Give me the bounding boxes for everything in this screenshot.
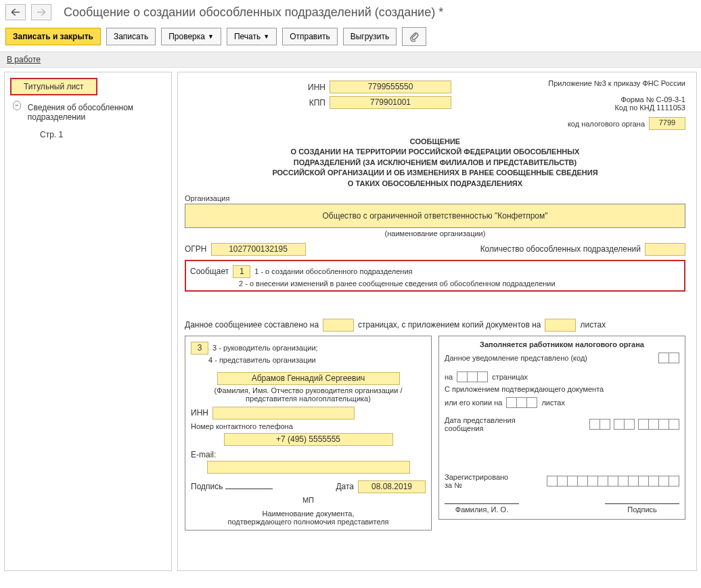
subdiv-count-field[interactable] bbox=[645, 243, 685, 256]
status-link[interactable]: В работе bbox=[7, 55, 41, 64]
forward-button[interactable] bbox=[31, 4, 51, 20]
tree-expander[interactable]: − bbox=[13, 101, 21, 110]
ogrn-label: ОГРН bbox=[185, 244, 207, 254]
composed-sheets-field[interactable] bbox=[545, 319, 576, 332]
export-button[interactable]: Выгрузить bbox=[343, 28, 397, 45]
right-reg2: за № bbox=[445, 481, 508, 489]
inn-field[interactable]: 7799555550 bbox=[330, 81, 451, 93]
email-label: E-mail: bbox=[191, 450, 216, 459]
right-reg-cells bbox=[547, 476, 679, 487]
reports-opt1: 1 - о создании обособленного подразделен… bbox=[254, 267, 412, 275]
doc-heading-2: О СОЗДАНИИ НА ТЕРРИТОРИИ РОССИЙСКОЙ ФЕДЕ… bbox=[185, 147, 685, 157]
composed-mid: страницах, с приложением копий документо… bbox=[358, 320, 541, 330]
organization-field[interactable]: Общество с ограниченной ответственностью… bbox=[185, 204, 685, 228]
save-close-button[interactable]: Записать и закрыть bbox=[5, 28, 101, 45]
signer-opt3: 3 - руководитель организации; bbox=[212, 344, 318, 352]
email-field[interactable] bbox=[207, 461, 410, 474]
right-date1: Дата представления bbox=[445, 416, 516, 424]
organization-caption: (наименование организации) bbox=[185, 229, 685, 238]
document-area: ИНН 7799555550 КПП 779901001 Приложение … bbox=[177, 72, 697, 571]
right-date2: сообщения bbox=[445, 424, 516, 432]
right-on-label: на bbox=[445, 373, 453, 381]
right-sheets-label: листах bbox=[541, 399, 565, 407]
attach-button[interactable] bbox=[402, 27, 426, 46]
right-sheets-cells bbox=[506, 397, 537, 408]
reports-label: Сообщает bbox=[190, 267, 229, 276]
composed-suffix: листах bbox=[580, 320, 606, 330]
inn2-field[interactable] bbox=[212, 407, 355, 420]
form-number: Форма № С-09-3-1 bbox=[537, 95, 685, 104]
right-fio-label: Фамилия, И. О. bbox=[445, 505, 519, 514]
tree-page-1[interactable]: Стр. 1 bbox=[37, 128, 166, 141]
arrow-left-icon bbox=[12, 9, 20, 16]
organization-label: Организация bbox=[185, 194, 685, 202]
right-presented-label: Данное уведомление представлено (код) bbox=[445, 354, 587, 362]
doc-heading-5: О ТАКИХ ОБОСОБЛЕННЫХ ПОДРАЗДЕЛЕНИЯХ bbox=[185, 179, 685, 189]
reports-section: Сообщает 1 1 - о создании обособленного … bbox=[185, 260, 685, 292]
signature-line bbox=[225, 489, 273, 489]
save-button[interactable]: Записать bbox=[106, 28, 156, 45]
phone-label: Номер контактного телефона bbox=[191, 422, 426, 430]
signer-opt4: 4 - представитель организации bbox=[208, 356, 426, 364]
chevron-down-icon: ▼ bbox=[208, 33, 214, 40]
navigation-tree: Титульный лист − Сведения об обособленно… bbox=[4, 72, 172, 571]
inn-label: ИНН bbox=[308, 83, 325, 92]
tax-authority-label: код налогового органа bbox=[568, 120, 645, 128]
reports-code-field[interactable]: 1 bbox=[233, 265, 250, 278]
doc-heading-1: СООБЩЕНИЕ bbox=[185, 137, 685, 147]
print-button[interactable]: Печать▼ bbox=[227, 28, 277, 45]
mp-label: МП bbox=[191, 496, 426, 504]
right-or-copy-label: или его копии на bbox=[445, 399, 502, 407]
right-title: Заполняется работником налогового органа bbox=[445, 340, 679, 348]
right-sign-line bbox=[605, 503, 679, 504]
signer-code-field[interactable]: 3 bbox=[191, 342, 208, 355]
phone-field[interactable]: +7 (495) 5555555 bbox=[224, 433, 393, 446]
doc-name-caption-2: подтверждающего полномочия представителя bbox=[191, 518, 426, 526]
check-label: Проверка bbox=[168, 32, 205, 41]
right-pages-cells bbox=[457, 371, 488, 382]
date-field[interactable]: 08.08.2019 bbox=[358, 480, 426, 493]
tree-title-sheet[interactable]: Титульный лист bbox=[10, 78, 97, 95]
composed-prefix: Данное сообщениее составлено на bbox=[185, 320, 319, 330]
subdiv-count-label: Количество обособленных подразделений bbox=[480, 244, 641, 254]
paperclip-icon bbox=[409, 31, 419, 42]
ogrn-field[interactable]: 1027700132195 bbox=[211, 243, 306, 256]
fio-caption: (Фамилия, Имя. Отчество руководителя орг… bbox=[191, 386, 426, 403]
right-reg1: Зарегистрировано bbox=[445, 473, 508, 481]
right-pages-label: страницах bbox=[492, 373, 528, 381]
kpp-label: КПП bbox=[309, 98, 325, 108]
reports-opt2: 2 - о внесении изменений в ранее сообщен… bbox=[239, 279, 680, 288]
check-button[interactable]: Проверка▼ bbox=[161, 28, 221, 45]
right-date-cells bbox=[589, 419, 679, 430]
chevron-down-icon: ▼ bbox=[263, 33, 269, 40]
doc-name-caption-1: Наименование документа, bbox=[191, 510, 426, 518]
back-button[interactable] bbox=[5, 4, 26, 20]
fio-field[interactable]: Абрамов Геннадий Сергеевич bbox=[217, 372, 400, 385]
print-label: Печать bbox=[234, 32, 261, 41]
send-button[interactable]: Отправить bbox=[282, 28, 338, 45]
arrow-right-icon bbox=[37, 9, 45, 16]
doc-heading-4: РОССИЙСКОЙ ОРГАНИЗАЦИИ И ОБ ИЗМЕНЕНИЯХ В… bbox=[185, 168, 685, 178]
window-title: Сообщение о создании обособленных подраз… bbox=[64, 5, 443, 20]
right-presented-cells bbox=[658, 353, 679, 363]
tree-subdivision-info[interactable]: Сведения об обособленном подразделении bbox=[25, 101, 166, 124]
right-attach-label: С приложением подтверждающего документа bbox=[445, 385, 679, 393]
tax-authority-field[interactable]: 7799 bbox=[649, 117, 685, 130]
date-label: Дата bbox=[336, 482, 354, 491]
kpp-field[interactable]: 779901001 bbox=[330, 96, 451, 109]
knd-code: Код по КНД 1111053 bbox=[537, 104, 685, 112]
right-sign-label: Подпись bbox=[605, 505, 679, 514]
sign-label: Подпись bbox=[191, 482, 223, 491]
doc-heading-3: ПОДРАЗДЕЛЕНИЙ (ЗА ИСКЛЮЧЕНИЕМ ФИЛИАЛОВ И… bbox=[185, 158, 685, 168]
right-fio-line bbox=[445, 503, 519, 504]
attachment-note: Приложение №3 к приказу ФНС России bbox=[537, 79, 685, 87]
inn2-label: ИНН bbox=[191, 408, 208, 417]
composed-pages-field[interactable] bbox=[323, 319, 354, 332]
